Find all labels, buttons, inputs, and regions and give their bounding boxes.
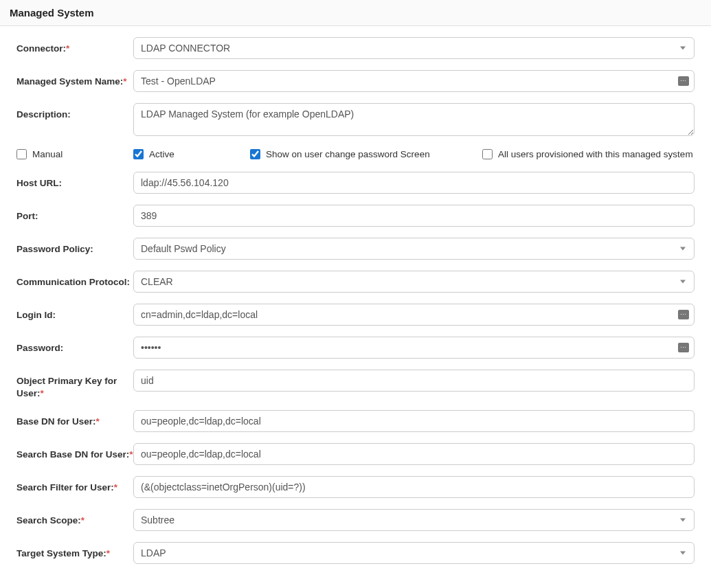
checkbox-manual[interactable]: Manual (16, 149, 133, 159)
label-base-dn-user: Base DN for User:* (16, 410, 133, 428)
label-password: Password: (16, 337, 133, 354)
target-system-type-select[interactable]: LDAP (133, 542, 695, 564)
checkbox-active[interactable]: Active (133, 149, 250, 159)
row-description: Description: LDAP Managed System (for ex… (16, 103, 695, 138)
object-primary-key-input[interactable] (133, 370, 695, 392)
row-host-url: Host URL: (16, 172, 695, 194)
label-comm-protocol: Communication Protocol: (16, 271, 133, 289)
ellipsis-icon[interactable] (678, 310, 689, 319)
login-id-input[interactable] (133, 304, 695, 326)
row-base-dn-user: Base DN for User:* (16, 410, 695, 432)
managed-system-name-input[interactable] (133, 70, 695, 92)
search-base-dn-user-input[interactable] (133, 443, 695, 465)
label-search-base-dn-user: Search Base DN for User:* (16, 443, 133, 461)
checkbox-all-users-prov-label: All users provisioned with this managed … (498, 149, 693, 159)
row-target-system-type: Target System Type:* LDAP (16, 542, 695, 564)
label-password-policy: Password Policy: (16, 238, 133, 256)
base-dn-user-input[interactable] (133, 410, 695, 432)
port-input[interactable] (133, 205, 695, 227)
label-managed-system-name: Managed System Name:* (16, 70, 133, 88)
label-host-url: Host URL: (16, 172, 133, 190)
checkbox-show-on-pwd-input[interactable] (250, 149, 260, 159)
row-password-policy: Password Policy: Default Pswd Policy (16, 238, 695, 260)
row-search-scope: Search Scope:* Subtree (16, 509, 695, 531)
label-login-id: Login Id: (16, 304, 133, 321)
label-port: Port: (16, 205, 133, 223)
row-login-id: Login Id: (16, 304, 695, 326)
row-managed-system-name: Managed System Name:* (16, 70, 695, 92)
checkbox-all-users-prov[interactable]: All users provisioned with this managed … (482, 149, 695, 159)
search-scope-select-value: Subtree (141, 514, 174, 525)
connector-select[interactable]: LDAP CONNECTOR (133, 37, 695, 59)
chevron-down-icon (680, 519, 686, 522)
row-password: Password: (16, 337, 695, 359)
chevron-down-icon (680, 47, 686, 50)
checkbox-active-label: Active (149, 149, 174, 159)
checkbox-row: Manual Active Show on user change passwo… (16, 149, 695, 159)
chevron-down-icon (680, 247, 686, 251)
comm-protocol-select-value: CLEAR (141, 276, 173, 287)
search-scope-select[interactable]: Subtree (133, 509, 695, 531)
label-search-scope: Search Scope:* (16, 509, 133, 527)
checkbox-show-on-pwd[interactable]: Show on user change password Screen (250, 149, 482, 159)
ellipsis-icon[interactable] (678, 343, 689, 352)
label-search-filter-user: Search Filter for User:* (16, 476, 133, 494)
comm-protocol-select[interactable]: CLEAR (133, 271, 695, 293)
panel-title: Managed System (0, 0, 711, 26)
target-system-type-select-value: LDAP (141, 547, 166, 558)
row-object-primary-key: Object Primary Key for User:* (16, 370, 695, 399)
checkbox-all-users-prov-input[interactable] (482, 149, 493, 159)
checkbox-manual-input[interactable] (16, 149, 27, 159)
row-comm-protocol: Communication Protocol: CLEAR (16, 271, 695, 293)
label-connector: Connector:* (16, 37, 133, 55)
connector-select-value: LDAP CONNECTOR (141, 43, 230, 54)
row-connector: Connector:* LDAP CONNECTOR (16, 37, 695, 59)
checkbox-manual-label: Manual (32, 149, 63, 159)
form-container: Connector:* LDAP CONNECTOR Managed Syste… (0, 26, 711, 574)
label-description: Description: (16, 103, 133, 121)
row-search-filter-user: Search Filter for User:* (16, 476, 695, 498)
password-input[interactable] (133, 337, 695, 359)
ellipsis-icon[interactable] (678, 76, 689, 86)
chevron-down-icon (680, 552, 686, 555)
chevron-down-icon (680, 280, 686, 284)
search-filter-user-input[interactable] (133, 476, 695, 498)
checkbox-active-input[interactable] (133, 149, 144, 159)
host-url-input[interactable] (133, 172, 695, 194)
row-port: Port: (16, 205, 695, 227)
password-policy-select-value: Default Pswd Policy (141, 243, 226, 254)
label-object-primary-key: Object Primary Key for User:* (16, 370, 133, 399)
checkbox-show-on-pwd-label: Show on user change password Screen (266, 149, 430, 159)
row-search-base-dn-user: Search Base DN for User:* (16, 443, 695, 465)
description-textarea[interactable]: LDAP Managed System (for example OpenLDA… (133, 103, 695, 136)
password-policy-select[interactable]: Default Pswd Policy (133, 238, 695, 260)
label-target-system-type: Target System Type:* (16, 542, 133, 560)
